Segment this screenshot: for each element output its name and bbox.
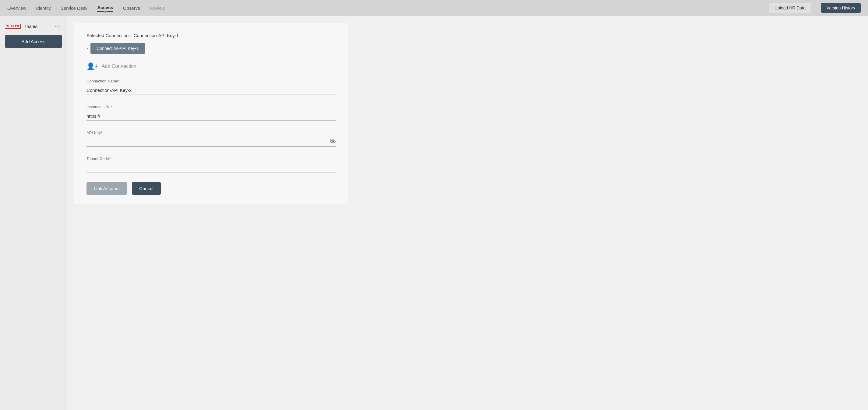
nav-item-access[interactable]: Access xyxy=(97,4,113,12)
eye-slash-icon xyxy=(330,139,336,144)
sidebar: THALES Thales ⋯ Add Access xyxy=(0,16,67,410)
connection-breadcrumb: › Connection-API Key-1 xyxy=(87,43,336,54)
version-history-button[interactable]: Version History xyxy=(821,3,861,13)
brand-name: Thales xyxy=(24,24,37,29)
add-access-button[interactable]: Add Access xyxy=(5,35,62,48)
connection-name-input[interactable] xyxy=(87,86,336,95)
selected-connection-label: Selected Connection: Connection-API Key-… xyxy=(87,33,336,38)
instance-url-label: Instance URL* xyxy=(87,105,336,109)
api-key-input-wrapper xyxy=(87,137,336,147)
selected-connection-value: Connection-API Key-1 xyxy=(134,33,179,38)
tenant-code-label: Tenant Code* xyxy=(87,156,336,161)
connection-chip[interactable]: Connection-API Key-1 xyxy=(90,43,145,54)
sidebar-header: THALES Thales ⋯ xyxy=(0,21,67,34)
content-panel: Selected Connection: Connection-API Key-… xyxy=(74,23,348,204)
api-key-input[interactable] xyxy=(87,137,336,147)
nav-item-identity[interactable]: Identity xyxy=(36,4,51,12)
api-key-label: API Key* xyxy=(87,131,336,135)
add-person-icon: 👤+ xyxy=(87,62,99,70)
connection-name-group: Connection Name* xyxy=(87,79,336,95)
tenant-code-input[interactable] xyxy=(87,163,336,172)
main-content: Selected Connection: Connection-API Key-… xyxy=(67,16,868,410)
instance-url-input[interactable] xyxy=(87,112,336,121)
cancel-button[interactable]: Cancel xyxy=(132,182,161,195)
link-account-button[interactable]: Link Account xyxy=(87,182,127,195)
brand-logo: THALES xyxy=(5,24,21,29)
add-connection-form: Connection Name* Instance URL* API Key* xyxy=(87,79,336,195)
more-options-button[interactable]: ⋯ xyxy=(54,23,62,29)
main-layout: THALES Thales ⋯ Add Access Selected Conn… xyxy=(0,16,868,410)
upload-hr-data-button[interactable]: Upload HR Data xyxy=(769,3,811,13)
add-connection-row[interactable]: 👤+ Add Connection xyxy=(87,62,336,70)
top-nav: Overview Identity Service Desk Access Ob… xyxy=(0,0,868,16)
instance-url-group: Instance URL* xyxy=(87,105,336,121)
tenant-code-group: Tenant Code* xyxy=(87,156,336,172)
sidebar-brand: THALES Thales xyxy=(5,24,37,29)
api-key-group: API Key* xyxy=(87,131,336,147)
form-actions: Link Account Cancel xyxy=(87,182,336,195)
nav-item-review: Review xyxy=(150,4,165,12)
nav-item-observe[interactable]: Observe xyxy=(123,4,141,12)
add-connection-label: Add Connection xyxy=(102,64,136,69)
chevron-right-icon: › xyxy=(87,46,88,51)
nav-item-overview[interactable]: Overview xyxy=(7,4,27,12)
connection-name-label: Connection Name* xyxy=(87,79,336,83)
toggle-visibility-button[interactable] xyxy=(330,139,336,145)
nav-item-service-desk[interactable]: Service Desk xyxy=(61,4,87,12)
